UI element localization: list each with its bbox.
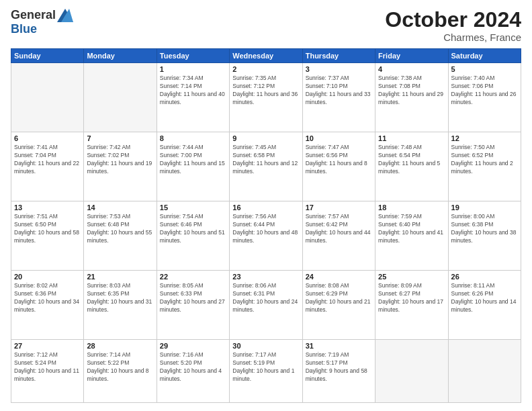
day-info: Sunrise: 8:06 AMSunset: 6:31 PMDaylight:…: [232, 282, 299, 314]
day-info: Sunrise: 7:45 AMSunset: 6:58 PMDaylight:…: [232, 144, 299, 176]
day-number: 25: [378, 273, 445, 281]
day-info: Sunrise: 7:12 AMSunset: 5:24 PMDaylight:…: [14, 351, 81, 383]
calendar-header-tuesday: Tuesday: [157, 49, 229, 63]
calendar-header-sunday: Sunday: [11, 49, 84, 63]
calendar-cell: 10Sunrise: 7:47 AMSunset: 6:56 PMDayligh…: [302, 132, 375, 201]
day-info: Sunrise: 7:47 AMSunset: 6:56 PMDaylight:…: [306, 144, 372, 176]
day-number: 16: [232, 203, 299, 212]
calendar-cell: 13Sunrise: 7:51 AMSunset: 6:50 PMDayligh…: [11, 201, 84, 271]
day-info: Sunrise: 8:09 AMSunset: 6:27 PMDaylight:…: [378, 282, 445, 314]
calendar-cell: 5Sunrise: 7:40 AMSunset: 7:06 PMDaylight…: [448, 63, 521, 132]
day-info: Sunrise: 7:53 AMSunset: 6:48 PMDaylight:…: [87, 213, 153, 245]
calendar-cell: 27Sunrise: 7:12 AMSunset: 5:24 PMDayligh…: [11, 340, 84, 403]
day-number: 24: [306, 273, 372, 281]
calendar-cell: 25Sunrise: 8:09 AMSunset: 6:27 PMDayligh…: [375, 271, 448, 340]
day-info: Sunrise: 7:57 AMSunset: 6:42 PMDaylight:…: [306, 213, 372, 245]
day-number: 17: [306, 203, 372, 212]
day-number: 5: [451, 65, 518, 73]
day-number: 22: [160, 273, 226, 281]
day-number: 11: [378, 134, 445, 142]
logo-icon: [57, 9, 73, 22]
day-number: 3: [306, 65, 372, 73]
header: General Blue October 2024 Charmes, Franc…: [11, 8, 521, 43]
calendar-cell: 19Sunrise: 8:00 AMSunset: 6:38 PMDayligh…: [448, 201, 521, 271]
day-info: Sunrise: 7:50 AMSunset: 6:52 PMDaylight:…: [451, 144, 518, 176]
day-info: Sunrise: 7:40 AMSunset: 7:06 PMDaylight:…: [451, 75, 518, 107]
calendar-cell: 18Sunrise: 7:59 AMSunset: 6:40 PMDayligh…: [375, 201, 448, 271]
day-number: 28: [87, 342, 153, 350]
day-info: Sunrise: 7:51 AMSunset: 6:50 PMDaylight:…: [14, 213, 81, 245]
day-number: 6: [14, 134, 81, 142]
day-number: 21: [87, 273, 153, 281]
calendar-cell: 1Sunrise: 7:34 AMSunset: 7:14 PMDaylight…: [157, 63, 229, 132]
day-number: 4: [378, 65, 445, 73]
day-number: 1: [160, 65, 226, 73]
day-info: Sunrise: 7:19 AMSunset: 5:17 PMDaylight:…: [306, 351, 372, 383]
day-number: 20: [14, 273, 81, 281]
logo-blue-text: Blue: [11, 22, 73, 36]
calendar-cell: 28Sunrise: 7:14 AMSunset: 5:22 PMDayligh…: [84, 340, 157, 403]
calendar-header-monday: Monday: [84, 49, 157, 63]
day-info: Sunrise: 7:37 AMSunset: 7:10 PMDaylight:…: [306, 75, 372, 107]
day-info: Sunrise: 7:44 AMSunset: 7:00 PMDaylight:…: [160, 144, 226, 176]
day-number: 13: [14, 203, 81, 212]
calendar-week-row: 13Sunrise: 7:51 AMSunset: 6:50 PMDayligh…: [11, 201, 521, 271]
calendar-cell: 22Sunrise: 8:05 AMSunset: 6:33 PMDayligh…: [157, 271, 229, 340]
calendar-cell: 17Sunrise: 7:57 AMSunset: 6:42 PMDayligh…: [302, 201, 375, 271]
day-info: Sunrise: 7:56 AMSunset: 6:44 PMDaylight:…: [232, 213, 299, 245]
day-number: 26: [451, 273, 518, 281]
calendar-cell: 29Sunrise: 7:16 AMSunset: 5:20 PMDayligh…: [157, 340, 229, 403]
calendar-cell: 12Sunrise: 7:50 AMSunset: 6:52 PMDayligh…: [448, 132, 521, 201]
day-info: Sunrise: 7:35 AMSunset: 7:12 PMDaylight:…: [232, 75, 299, 107]
calendar-week-row: 6Sunrise: 7:41 AMSunset: 7:04 PMDaylight…: [11, 132, 521, 201]
calendar-cell: [11, 63, 84, 132]
day-info: Sunrise: 7:14 AMSunset: 5:22 PMDaylight:…: [87, 351, 153, 383]
calendar-cell: [375, 340, 448, 403]
calendar-cell: 16Sunrise: 7:56 AMSunset: 6:44 PMDayligh…: [230, 201, 302, 271]
day-number: 12: [451, 134, 518, 142]
day-info: Sunrise: 8:05 AMSunset: 6:33 PMDaylight:…: [160, 282, 226, 314]
calendar-cell: 20Sunrise: 8:02 AMSunset: 6:36 PMDayligh…: [11, 271, 84, 340]
month-title: October 2024: [385, 8, 521, 32]
day-info: Sunrise: 7:34 AMSunset: 7:14 PMDaylight:…: [160, 75, 226, 107]
calendar-cell: 8Sunrise: 7:44 AMSunset: 7:00 PMDaylight…: [157, 132, 229, 201]
calendar-week-row: 20Sunrise: 8:02 AMSunset: 6:36 PMDayligh…: [11, 271, 521, 340]
calendar-header-thursday: Thursday: [302, 49, 375, 63]
calendar-cell: 31Sunrise: 7:19 AMSunset: 5:17 PMDayligh…: [302, 340, 375, 403]
calendar-cell: [84, 63, 157, 132]
day-info: Sunrise: 7:42 AMSunset: 7:02 PMDaylight:…: [87, 144, 153, 176]
calendar-header-saturday: Saturday: [448, 49, 521, 63]
day-info: Sunrise: 7:54 AMSunset: 6:46 PMDaylight:…: [160, 213, 226, 245]
day-info: Sunrise: 8:00 AMSunset: 6:38 PMDaylight:…: [451, 213, 518, 245]
day-number: 2: [232, 65, 299, 73]
day-info: Sunrise: 7:17 AMSunset: 5:19 PMDaylight:…: [232, 351, 299, 383]
day-info: Sunrise: 7:38 AMSunset: 7:08 PMDaylight:…: [378, 75, 445, 107]
day-number: 15: [160, 203, 226, 212]
calendar-cell: 24Sunrise: 8:08 AMSunset: 6:29 PMDayligh…: [302, 271, 375, 340]
day-number: 18: [378, 203, 445, 212]
calendar-cell: 4Sunrise: 7:38 AMSunset: 7:08 PMDaylight…: [375, 63, 448, 132]
calendar-cell: 9Sunrise: 7:45 AMSunset: 6:58 PMDaylight…: [230, 132, 302, 201]
calendar-cell: 21Sunrise: 8:03 AMSunset: 6:35 PMDayligh…: [84, 271, 157, 340]
calendar-week-row: 27Sunrise: 7:12 AMSunset: 5:24 PMDayligh…: [11, 340, 521, 403]
day-number: 19: [451, 203, 518, 212]
calendar-cell: 2Sunrise: 7:35 AMSunset: 7:12 PMDaylight…: [230, 63, 302, 132]
day-info: Sunrise: 8:03 AMSunset: 6:35 PMDaylight:…: [87, 282, 153, 314]
day-number: 14: [87, 203, 153, 212]
title-block: October 2024 Charmes, France: [385, 8, 521, 43]
calendar-header-wednesday: Wednesday: [230, 49, 302, 63]
logo: General Blue: [11, 8, 73, 36]
calendar-cell: 6Sunrise: 7:41 AMSunset: 7:04 PMDaylight…: [11, 132, 84, 201]
calendar-header-row: SundayMondayTuesdayWednesdayThursdayFrid…: [11, 49, 521, 63]
calendar-cell: 15Sunrise: 7:54 AMSunset: 6:46 PMDayligh…: [157, 201, 229, 271]
day-info: Sunrise: 7:16 AMSunset: 5:20 PMDaylight:…: [160, 351, 226, 383]
day-number: 30: [232, 342, 299, 350]
day-number: 23: [232, 273, 299, 281]
calendar-cell: 11Sunrise: 7:48 AMSunset: 6:54 PMDayligh…: [375, 132, 448, 201]
day-number: 29: [160, 342, 226, 350]
calendar-cell: 23Sunrise: 8:06 AMSunset: 6:31 PMDayligh…: [230, 271, 302, 340]
day-info: Sunrise: 7:59 AMSunset: 6:40 PMDaylight:…: [378, 213, 445, 245]
day-number: 9: [232, 134, 299, 142]
calendar-cell: 7Sunrise: 7:42 AMSunset: 7:02 PMDaylight…: [84, 132, 157, 201]
day-info: Sunrise: 7:48 AMSunset: 6:54 PMDaylight:…: [378, 144, 445, 176]
